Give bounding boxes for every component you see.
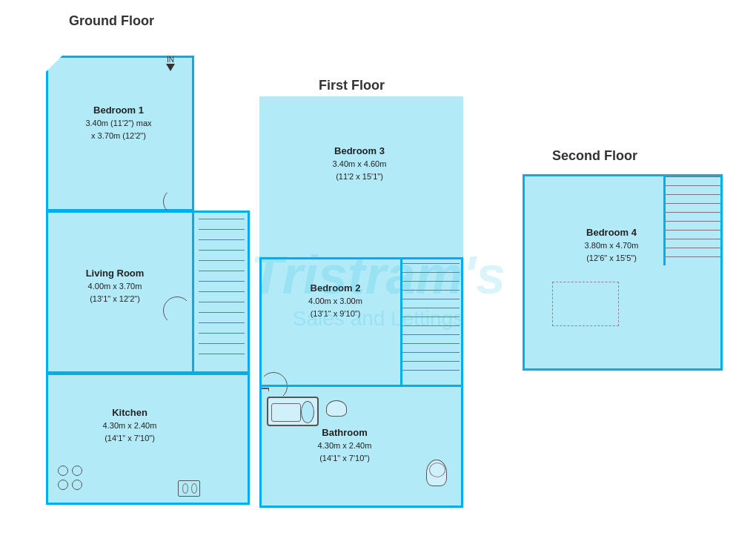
bathroom-bath [267, 397, 319, 426]
second-stairs [663, 176, 720, 265]
bathroom-sink [326, 400, 347, 417]
bathroom-pipe-symbol [262, 388, 269, 391]
second-bedroom4-wardrobe [552, 282, 619, 326]
ground-livingroom-label: Living Room 4.00m x 3.70m(13'1" x 12'2") [63, 267, 167, 305]
first-bedroom3-label: Bedroom 3 3.40m x 4.60m(11'2 x 15'1") [296, 145, 422, 183]
floorplan-container: Tristram's Sales and Lettings Ground Flo… [0, 0, 756, 550]
first-bathroom-wall [259, 385, 463, 387]
ground-stairs [199, 219, 245, 367]
entrance-indicator: IN [166, 56, 175, 71]
ground-floor-label: Ground Floor [69, 13, 154, 29]
ground-kitchen-label: Kitchen 4.30m x 2.40m(14'1" x 7'10") [78, 406, 182, 445]
second-floor-label: Second Floor [552, 148, 637, 164]
first-bathroom-label: Bathroom 4.30m x 2.40m(14'1" x 7'10") [285, 426, 404, 465]
bathroom-toilet [426, 460, 447, 486]
first-bedroom2-label: Bedroom 2 4.00m x 3.00m(13'1" x 9'10") [278, 282, 393, 320]
second-stair-wall [663, 176, 666, 265]
second-bedroom4-label: Bedroom 4 3.80m x 4.70m(12'6" x 15'5") [552, 226, 671, 265]
first-floor-label: First Floor [319, 78, 385, 93]
kitchen-sink [178, 480, 200, 497]
ground-bedroom1-label: Bedroom 1 3.40m (11'2") maxx 3.70m (12'2… [70, 104, 167, 142]
kitchen-hob [56, 463, 85, 493]
first-stairs [402, 263, 460, 382]
